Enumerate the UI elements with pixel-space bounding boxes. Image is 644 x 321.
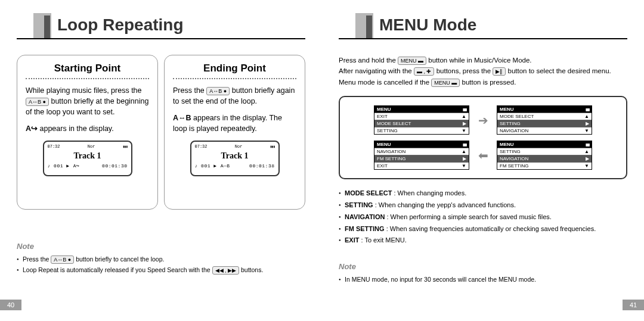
page-title-left: Loop Repeating	[57, 15, 184, 35]
def-item: NAVIGATION : When performing a simple se…	[339, 211, 627, 223]
menu-button-chip: MENU ▬	[431, 79, 460, 87]
def-item: SETTING : When changing the yepp's advan…	[339, 200, 627, 211]
menu-screen-3: MENU NAVIGATION▲ FM SETTING▶ EXIT▼	[374, 141, 469, 170]
seek-buttons-chip: ◀◀ , ▶▶	[212, 266, 240, 275]
note-list-left: Press the A↔B ● button briefly to cancel…	[17, 254, 305, 276]
note-item: Press the A↔B ● button briefly to cancel…	[17, 254, 305, 265]
title-tab-icon	[33, 13, 55, 39]
ab-button-chip: A↔B ●	[206, 87, 230, 95]
title-bar-left: Loop Repeating	[17, 0, 305, 42]
note-item: In MENU mode, no input for 30 seconds wi…	[339, 275, 627, 285]
play-pause-chip: ▶∥	[493, 67, 506, 76]
note-heading-right: Note	[339, 262, 627, 271]
note-list-right: In MENU mode, no input for 30 seconds wi…	[339, 275, 627, 285]
arrow-left-icon: ⬅	[474, 148, 492, 163]
page-number-right: 41	[623, 300, 644, 310]
menu-screen-4: MENU SETTING▲ NAVIGATION▶ FM SETTING▼	[497, 141, 592, 170]
title-tab-icon	[355, 13, 377, 39]
page-left: Loop Repeating Starting Point While play…	[0, 0, 322, 321]
ending-p2: A↔B appears in the display. The loop is …	[173, 113, 296, 134]
ab-button-chip: A↔B ●	[26, 98, 49, 106]
starting-point-box: Starting Point While playing music files…	[17, 55, 158, 210]
menu-screen-1: MENU EXIT▲ MODE SELECT▶ SETTING▼	[374, 105, 469, 135]
title-bar-right: MENU Mode	[339, 0, 627, 42]
ending-point-box: Ending Point Press the A↔B ● button brie…	[164, 55, 305, 210]
menu-diagram-box: MENU EXIT▲ MODE SELECT▶ SETTING▼ ➔ MENU …	[339, 96, 627, 179]
definitions-list: MODE SELECT : When changing modes. SETTI…	[339, 188, 627, 247]
page-number-left: 40	[0, 300, 21, 310]
ending-heading: Ending Point	[173, 63, 296, 74]
ending-p1: Press the A↔B ● button briefly again to …	[173, 85, 296, 107]
def-item: FM SETTING : When saving frequencies aut…	[339, 223, 627, 235]
page-right: MENU Mode Press and hold the MENU ▬ butt…	[322, 0, 644, 321]
lcd-starting: 07:32Nor Track 1 ♪ 001 ▶A↪00:01:30	[43, 141, 132, 176]
ab-button-chip: A↔B ●	[51, 255, 74, 264]
nav-buttons-chip: ▬ , ✚	[414, 67, 435, 76]
intro-text: Press and hold the MENU ▬ button while i…	[339, 55, 627, 88]
menu-screen-2: MENU MODE SELECT▲ SETTING▶ NAVIGATION▼	[497, 105, 592, 135]
lcd-ending: 07:32Nor Track 1 ♪ 001 ▶A↔B00:01:38	[190, 141, 280, 176]
def-item: MODE SELECT : When changing modes.	[339, 188, 627, 200]
note-item: Loop Repeat is automatically released if…	[17, 265, 305, 276]
page-title-right: MENU Mode	[379, 15, 476, 35]
starting-heading: Starting Point	[26, 63, 149, 74]
def-item: EXIT : To exit MENU.	[339, 235, 627, 247]
starting-p2: A↪ appears in the display.	[26, 123, 149, 134]
starting-p1: While playing music files, press the A↔B…	[26, 85, 149, 117]
menu-button-chip: MENU ▬	[398, 57, 426, 65]
note-heading-left: Note	[17, 242, 305, 251]
arrow-right-icon: ➔	[474, 113, 492, 127]
